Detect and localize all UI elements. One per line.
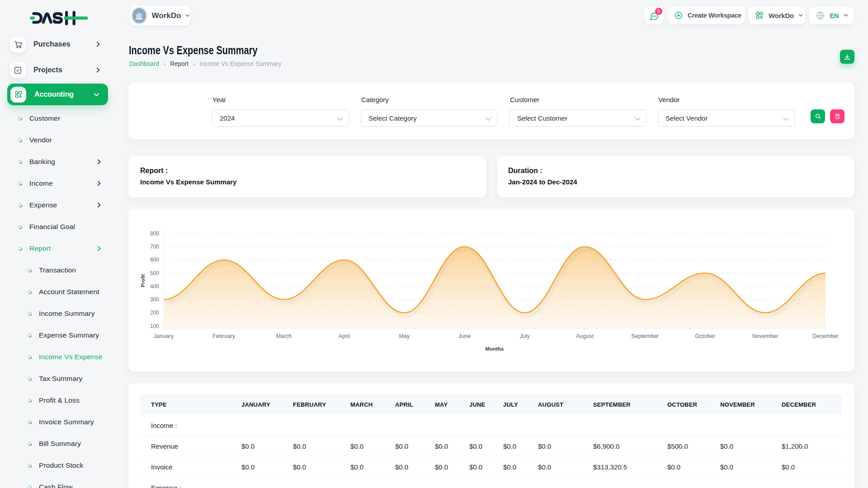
svg-text:December: December	[812, 333, 839, 339]
svg-text:February: February	[212, 333, 236, 339]
svg-text:300: 300	[150, 296, 159, 303]
svg-text:600: 600	[150, 257, 159, 263]
svg-text:500: 500	[150, 270, 159, 277]
svg-text:August: August	[576, 333, 594, 339]
svg-text:100: 100	[150, 323, 159, 329]
svg-text:June: June	[458, 333, 471, 339]
svg-text:May: May	[399, 333, 410, 339]
svg-text:200: 200	[150, 310, 159, 316]
svg-text:400: 400	[150, 283, 159, 290]
svg-text:March: March	[276, 333, 292, 339]
svg-text:Profit: Profit	[140, 274, 146, 287]
svg-text:700: 700	[150, 244, 159, 250]
svg-text:January: January	[154, 333, 174, 339]
svg-text:800: 800	[150, 230, 159, 237]
svg-text:November: November	[752, 333, 778, 339]
svg-text:Months: Months	[486, 346, 504, 352]
svg-text:April: April	[339, 333, 350, 339]
svg-text:July: July	[519, 333, 530, 339]
svg-text:September: September	[631, 333, 659, 339]
svg-text:October: October	[695, 333, 715, 339]
